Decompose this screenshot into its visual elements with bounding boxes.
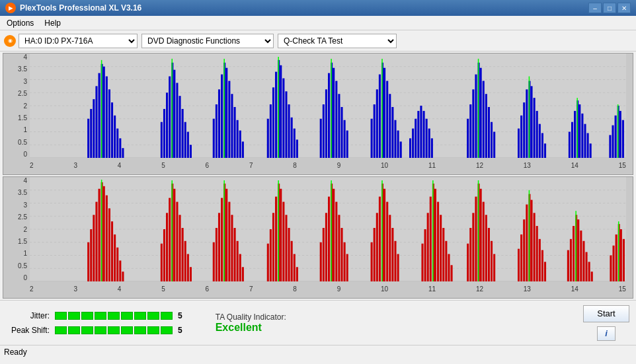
- svg-rect-207: [338, 215, 340, 281]
- jitter-metric: Jitter: 5: [7, 311, 182, 320]
- svg-rect-156: [114, 235, 116, 281]
- svg-rect-45: [234, 107, 236, 158]
- info-button[interactable]: i: [597, 326, 616, 341]
- svg-rect-132: [615, 116, 617, 158]
- svg-rect-94: [428, 129, 430, 158]
- peak-seg-4: [95, 326, 106, 334]
- svg-rect-107: [493, 132, 495, 159]
- svg-rect-147: [93, 215, 95, 281]
- svg-rect-85: [397, 131, 399, 158]
- svg-rect-239: [475, 197, 477, 281]
- svg-rect-58: [288, 104, 290, 158]
- svg-rect-174: [216, 228, 218, 281]
- svg-rect-196: [291, 241, 293, 281]
- toolbar-drive: ◉ HA:0 ID:0 PX-716A: [4, 34, 138, 48]
- svg-rect-114: [530, 86, 532, 158]
- jitter-seg-5: [108, 312, 120, 320]
- close-button[interactable]: ✕: [617, 3, 631, 13]
- jitter-seg-2: [68, 312, 80, 320]
- svg-rect-87: [409, 138, 411, 158]
- svg-rect-197: [294, 254, 296, 281]
- svg-rect-55: [280, 65, 282, 158]
- svg-rect-19: [114, 116, 116, 158]
- svg-rect-76: [376, 89, 378, 158]
- svg-rect-148: [95, 202, 97, 281]
- svg-rect-272: [613, 246, 615, 281]
- svg-rect-49: [267, 119, 269, 158]
- maximize-button[interactable]: □: [603, 3, 616, 13]
- start-button[interactable]: Start: [583, 305, 629, 322]
- svg-rect-111: [526, 89, 528, 158]
- svg-rect-34: [187, 132, 189, 159]
- svg-rect-15: [103, 67, 105, 158]
- svg-rect-93: [426, 119, 428, 158]
- svg-rect-194: [285, 215, 287, 281]
- chart1-y-axis: 4 3.5 3 2.5 2 1.5 1 0.5 0: [3, 54, 30, 158]
- svg-rect-260: [567, 250, 569, 281]
- svg-rect-224: [424, 229, 426, 281]
- svg-rect-208: [340, 228, 342, 281]
- svg-rect-266: [580, 231, 582, 281]
- svg-rect-110: [523, 102, 525, 158]
- peak-seg-8: [147, 326, 159, 334]
- svg-rect-74: [371, 119, 373, 158]
- menu-options[interactable]: Options: [3, 17, 38, 29]
- svg-rect-271: [610, 256, 612, 282]
- peak-seg-2: [68, 326, 80, 334]
- svg-rect-80: [383, 68, 385, 158]
- svg-rect-220: [391, 228, 393, 281]
- svg-rect-20: [116, 129, 118, 158]
- test-select[interactable]: Q-Check TA Test: [278, 34, 397, 48]
- svg-rect-163: [169, 198, 171, 281]
- svg-rect-183: [237, 241, 239, 281]
- svg-rect-117: [539, 124, 541, 158]
- function-select[interactable]: DVD Diagnostic Functions: [141, 34, 274, 48]
- toolbar: ◉ HA:0 ID:0 PX-716A DVD Diagnostic Funct…: [0, 30, 636, 52]
- svg-rect-81: [386, 81, 388, 158]
- drive-select[interactable]: HA:0 ID:0 PX-716A: [19, 34, 138, 48]
- chart1-inner: [30, 54, 626, 158]
- svg-rect-11: [95, 86, 97, 158]
- svg-rect-172: [190, 267, 192, 281]
- svg-rect-64: [325, 89, 327, 158]
- jitter-seg-1: [55, 312, 67, 320]
- svg-rect-84: [394, 120, 396, 158]
- svg-rect-245: [488, 228, 490, 281]
- svg-rect-180: [228, 202, 230, 281]
- svg-rect-95: [431, 138, 433, 158]
- chart2-y-axis: 4 3.5 3 2.5 2 1.5 1 0.5 0: [3, 177, 30, 281]
- svg-rect-62: [320, 119, 322, 158]
- minimize-button[interactable]: –: [588, 3, 602, 13]
- peak-shift-value: 5: [178, 326, 182, 335]
- svg-rect-162: [166, 213, 168, 281]
- peak-seg-6: [121, 326, 133, 334]
- svg-rect-235: [451, 265, 453, 281]
- svg-rect-12: [99, 73, 100, 158]
- svg-rect-131: [612, 126, 614, 158]
- svg-rect-211: [371, 242, 373, 281]
- svg-rect-25: [166, 92, 168, 158]
- svg-rect-128: [587, 133, 589, 158]
- svg-rect-33: [184, 122, 186, 158]
- jitter-seg-3: [81, 312, 93, 320]
- svg-rect-97: [469, 104, 471, 158]
- svg-rect-265: [577, 219, 579, 281]
- svg-rect-176: [221, 198, 223, 281]
- svg-rect-104: [485, 94, 487, 158]
- svg-rect-43: [228, 81, 230, 158]
- svg-rect-219: [389, 215, 391, 281]
- peak-seg-1: [55, 326, 67, 334]
- jitter-value: 5: [178, 311, 182, 320]
- jitter-seg-6: [121, 312, 133, 320]
- svg-rect-154: [108, 208, 110, 281]
- svg-rect-90: [417, 111, 419, 158]
- svg-rect-136: [622, 120, 624, 158]
- svg-rect-186: [267, 244, 269, 281]
- menu-help[interactable]: Help: [40, 17, 65, 29]
- svg-rect-232: [442, 228, 444, 281]
- svg-rect-251: [526, 204, 528, 281]
- svg-rect-46: [237, 120, 239, 158]
- svg-rect-16: [106, 77, 108, 158]
- svg-rect-10: [93, 99, 95, 158]
- svg-rect-246: [491, 241, 493, 281]
